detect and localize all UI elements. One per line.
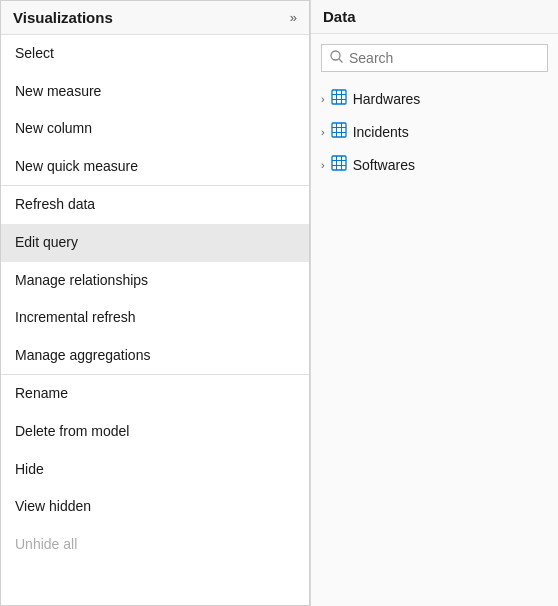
- data-item-incidents[interactable]: › Incidents: [311, 115, 558, 148]
- chevron-right-icon: ›: [321, 93, 325, 105]
- svg-rect-2: [332, 90, 346, 104]
- data-items-list: › Hardwares› Incidents› Softwares: [311, 78, 558, 185]
- menu-item-unhide-all: Unhide all: [1, 526, 309, 564]
- svg-point-0: [331, 51, 340, 60]
- menu-item-refresh-data[interactable]: Refresh data: [1, 185, 309, 224]
- svg-rect-7: [332, 123, 346, 137]
- panel-title: Visualizations: [13, 9, 113, 26]
- expand-icon[interactable]: »: [290, 10, 297, 25]
- search-input[interactable]: [349, 50, 539, 66]
- data-item-softwares[interactable]: › Softwares: [311, 148, 558, 181]
- data-item-hardwares[interactable]: › Hardwares: [311, 82, 558, 115]
- menu-item-new-column[interactable]: New column: [1, 110, 309, 148]
- table-icon: [331, 89, 347, 108]
- menu-item-edit-query[interactable]: Edit query: [1, 224, 309, 262]
- menu-item-incremental-refresh[interactable]: Incremental refresh: [1, 299, 309, 337]
- data-panel: Data › Hardwares› Incidents›: [310, 0, 558, 606]
- svg-rect-12: [332, 156, 346, 170]
- menu-item-select[interactable]: Select: [1, 35, 309, 73]
- svg-line-1: [339, 59, 343, 63]
- menu-list: SelectNew measureNew columnNew quick mea…: [1, 35, 309, 605]
- menu-item-new-quick-measure[interactable]: New quick measure: [1, 148, 309, 186]
- menu-item-rename[interactable]: Rename: [1, 374, 309, 413]
- chevron-right-icon: ›: [321, 159, 325, 171]
- table-icon: [331, 122, 347, 141]
- menu-item-manage-aggregations[interactable]: Manage aggregations: [1, 337, 309, 375]
- data-item-label: Incidents: [353, 124, 409, 140]
- context-menu: Visualizations » SelectNew measureNew co…: [0, 0, 310, 606]
- panel-header: Visualizations »: [1, 1, 309, 35]
- menu-item-manage-relationships[interactable]: Manage relationships: [1, 262, 309, 300]
- data-item-label: Softwares: [353, 157, 415, 173]
- menu-item-hide[interactable]: Hide: [1, 451, 309, 489]
- chevron-right-icon: ›: [321, 126, 325, 138]
- menu-item-delete-from-model[interactable]: Delete from model: [1, 413, 309, 451]
- search-icon: [330, 50, 343, 66]
- data-panel-title: Data: [311, 0, 558, 34]
- search-box[interactable]: [321, 44, 548, 72]
- data-item-label: Hardwares: [353, 91, 421, 107]
- table-icon: [331, 155, 347, 174]
- menu-item-new-measure[interactable]: New measure: [1, 73, 309, 111]
- menu-item-view-hidden[interactable]: View hidden: [1, 488, 309, 526]
